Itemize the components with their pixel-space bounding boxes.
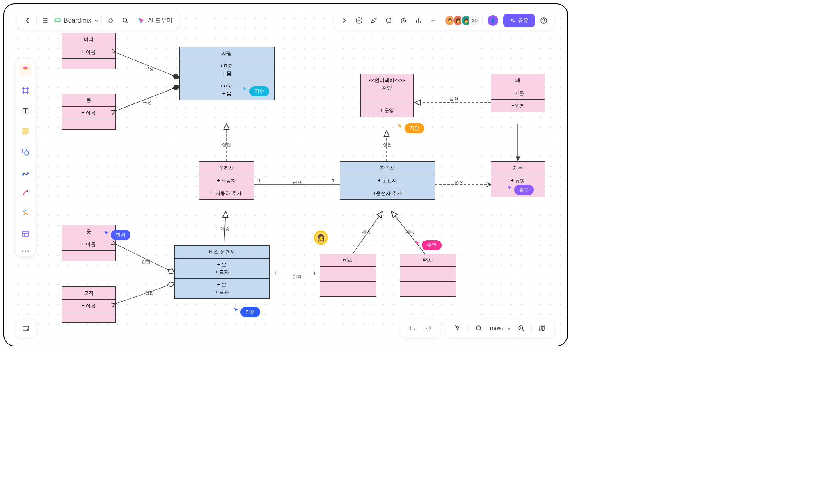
label-inh-2: 계승 [360, 229, 372, 235]
cursor-minjun: 민준 [233, 303, 260, 317]
label-inh-1: 계승 [219, 226, 231, 232]
svg-point-12 [27, 172, 29, 174]
map-button[interactable] [536, 322, 548, 334]
left-toolbar [16, 59, 35, 256]
share-button[interactable]: 공유 [503, 14, 535, 27]
uml-bus[interactable]: 버스 [320, 254, 376, 297]
zoom-in-button[interactable] [515, 322, 527, 334]
menu-button[interactable] [39, 14, 51, 27]
svg-rect-13 [23, 231, 28, 236]
minimap-button[interactable] [20, 322, 32, 334]
mindmap-tool[interactable] [19, 207, 32, 220]
svg-point-7 [543, 22, 544, 23]
template-tool[interactable] [19, 227, 32, 241]
svg-point-0 [109, 19, 110, 20]
cursor-jisoo: 지수 [242, 82, 269, 96]
undo-button[interactable] [406, 322, 418, 334]
label-one-2: 1 [331, 178, 336, 183]
play-button[interactable] [353, 14, 365, 27]
shape-tool[interactable] [19, 145, 32, 158]
uml-taxi[interactable]: 택시 [400, 254, 456, 297]
frame-tool[interactable] [19, 84, 32, 97]
poll-button[interactable] [412, 14, 424, 27]
uml-hat[interactable]: 모자+ 이름 [62, 286, 116, 323]
uml-ship[interactable]: 배+이름+운영 [491, 74, 545, 112]
label-impl-1: 실현 [221, 142, 232, 148]
tag-button[interactable] [104, 14, 117, 27]
help-button[interactable] [538, 14, 550, 27]
svg-point-10 [25, 151, 29, 155]
floating-avatar: 👩 [314, 231, 328, 245]
share-label: 공유 [518, 17, 529, 24]
svg-point-11 [22, 174, 24, 176]
collaborator-avatars[interactable]: 👨 👩 👩 24 [447, 15, 480, 26]
label-dep: 의존 [453, 179, 465, 186]
share-icon [510, 18, 515, 23]
cloud-icon [54, 17, 61, 24]
svg-point-1 [123, 18, 126, 22]
zoom-out-button[interactable] [473, 322, 485, 334]
label-impl-2: 실현 [448, 96, 460, 102]
pointer-button[interactable] [452, 322, 464, 334]
cursor-seongsu: 성수 [507, 181, 534, 195]
search-button[interactable] [119, 14, 131, 27]
label-assoc-1: 연관 [291, 179, 303, 186]
chevron-down-icon[interactable] [507, 326, 511, 330]
cursor-sumin: 수민 [414, 236, 442, 250]
timer-button[interactable] [397, 14, 410, 27]
label-impl-3: 실현 [382, 142, 393, 148]
ai-label[interactable]: AI 도우미 [148, 17, 175, 24]
label-aggr-1: 집합 [140, 259, 152, 265]
cursor-jimin: 지민 [397, 119, 424, 133]
label-inh-3: 계승 [404, 229, 416, 235]
more-tools[interactable] [22, 250, 29, 252]
text-tool[interactable] [19, 104, 32, 117]
cursor-minseo: 민서 [103, 226, 130, 240]
user-avatar[interactable]: 👤 [487, 14, 499, 27]
back-button[interactable] [21, 14, 34, 27]
chevron-down-icon [94, 18, 99, 23]
more-tools-button[interactable] [427, 14, 439, 27]
label-one-1: 1 [257, 178, 262, 183]
line-tool[interactable] [19, 166, 32, 179]
svg-point-15 [27, 329, 28, 330]
label-assoc-2: 연관 [291, 274, 303, 280]
label-comp-2: 구성 [142, 99, 153, 105]
uml-bus-driver[interactable]: 버스 운전사 + 옷+ 모자 + 옷+ 모자 [174, 245, 270, 299]
uml-driver[interactable]: 운전사+ 자동차+ 자동차 추가 [199, 161, 254, 200]
zoom-level[interactable]: 100% [489, 325, 503, 332]
uml-body[interactable]: 몸+ 이름 [62, 94, 116, 130]
brand-dropdown[interactable]: Boardmix [54, 17, 99, 24]
label-comp-1: 구성 [144, 66, 155, 72]
sticky-tool[interactable] [19, 125, 32, 138]
label-one-3: 1 [273, 271, 278, 276]
confetti-button[interactable] [368, 14, 380, 27]
chat-button[interactable] [382, 14, 395, 27]
uml-car[interactable]: 자동차+ 운전사+운전사 추가 [340, 161, 435, 200]
brand-name: Boardmix [64, 17, 92, 24]
ai-icon [137, 14, 146, 27]
label-one-4: 1 [312, 271, 317, 276]
logo-tool[interactable] [19, 63, 32, 76]
avatar-count: 24 [469, 15, 480, 26]
redo-button[interactable] [422, 322, 435, 334]
play-chevron-button[interactable] [338, 14, 350, 27]
pen-tool[interactable] [19, 186, 32, 199]
uml-vehicle-interface[interactable]: <<인터페이스>>차량 + 운영 [360, 74, 414, 117]
label-aggr-2: 집합 [144, 290, 155, 296]
svg-point-4 [511, 19, 513, 21]
uml-head[interactable]: 머리+ 이름 [62, 33, 116, 69]
